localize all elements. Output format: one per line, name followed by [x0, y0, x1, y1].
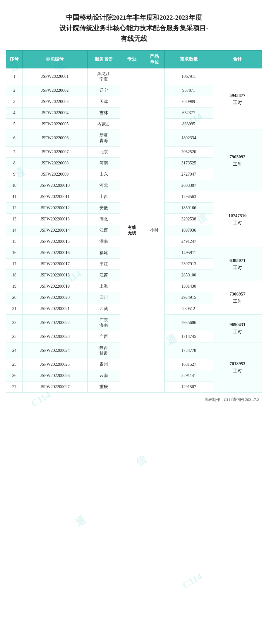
cell-code: JSFW202200019 — [22, 281, 87, 292]
cell-code: JSFW202200023 — [22, 331, 87, 342]
cell-seq: 24 — [6, 342, 23, 359]
cell-seq: 22 — [6, 314, 23, 331]
cell-seq: 25 — [6, 359, 23, 370]
col-total-header: 合计 — [213, 50, 262, 68]
footer: 图表制作：C114通信网 2021.7.2 — [3, 393, 265, 404]
cell-demand: 3292538 — [164, 213, 213, 225]
cell-province: 云南 — [87, 370, 120, 381]
cell-demand: 3173525 — [164, 157, 213, 169]
cell-demand: 1714745 — [164, 331, 213, 342]
cell-demand: 2291141 — [164, 370, 213, 381]
cell-seq: 15 — [6, 236, 23, 247]
watermark-9: 信 — [134, 453, 149, 469]
cell-province: 湖南 — [87, 236, 120, 247]
main-table: 序号 标包编号 服务省份 专业 产品单位 需求数量 合计 1 JSFW20220… — [6, 50, 262, 393]
cell-code: JSFW202200025 — [22, 359, 87, 370]
page-container: 通 信 C114 通 信 C114 通 C114 信 通 C114 中国移动设计… — [0, 0, 268, 413]
cell-province: 内蒙古 — [87, 118, 120, 130]
title-line2: 设计院传统业务非核心能力技术配合服务集采项目- — [59, 24, 208, 32]
cell-seq: 19 — [6, 281, 23, 292]
col-demand-header: 需求数量 — [164, 50, 213, 68]
cell-province: 上海 — [87, 281, 120, 292]
table-header-row: 序号 标包编号 服务省份 专业 产品单位 需求数量 合计 — [6, 50, 262, 68]
cell-code: JSFW202200017 — [22, 258, 87, 269]
cell-total: 10747510工时 — [213, 191, 262, 247]
cell-seq: 5 — [6, 118, 23, 130]
cell-demand: 1681527 — [164, 359, 213, 370]
cell-province: 广东海南 — [87, 314, 120, 331]
cell-demand: 1294563 — [164, 191, 213, 202]
title-line3: 有线无线 — [121, 35, 147, 42]
cell-code: JSFW20220001 — [22, 68, 87, 85]
table-wrapper: 序号 标包编号 服务省份 专业 产品单位 需求数量 合计 1 JSFW20220… — [3, 50, 265, 393]
cell-code: JSFW202200015 — [22, 236, 87, 247]
cell-code: JSFW202200021 — [22, 303, 87, 314]
cell-code: JSFW20220004 — [22, 107, 87, 118]
cell-seq: 18 — [6, 269, 23, 281]
cell-seq: 2 — [6, 85, 23, 96]
cell-province: 山东 — [87, 169, 120, 180]
cell-demand: 1754778 — [164, 342, 213, 359]
cell-total: 5945477工时 — [213, 68, 262, 130]
cell-province: 河南 — [87, 157, 120, 169]
cell-unit: 小时 — [144, 68, 164, 392]
cell-total: 7963092工时 — [213, 130, 262, 191]
cell-code: JSFW20220009 — [22, 169, 87, 180]
col-province-header: 服务省份 — [87, 50, 120, 68]
cell-total: 6385071工时 — [213, 247, 262, 281]
cell-province: 辽宁 — [87, 85, 120, 96]
cell-code: JSFW202200014 — [22, 225, 87, 236]
cell-seq: 10 — [6, 180, 23, 191]
cell-demand: 1067911 — [164, 68, 213, 85]
cell-demand: 7935686 — [164, 314, 213, 331]
cell-demand: 1301430 — [164, 281, 213, 292]
cell-code: JSFW202200016 — [22, 247, 87, 258]
cell-demand: 957871 — [164, 85, 213, 96]
cell-seq: 8 — [6, 157, 23, 169]
cell-province: 福建 — [87, 247, 120, 258]
cell-seq: 26 — [6, 370, 23, 381]
cell-province: 四川 — [87, 292, 120, 303]
cell-province: 湖北 — [87, 213, 120, 225]
cell-province: 新疆青海 — [87, 130, 120, 146]
cell-code: JSFW202200012 — [22, 202, 87, 213]
cell-province: 山西 — [87, 191, 120, 202]
cell-province: 贵州 — [87, 359, 120, 370]
cell-province: 北京 — [87, 146, 120, 157]
cell-total: 9650431工时 — [213, 314, 262, 342]
cell-demand: 1697936 — [164, 225, 213, 236]
cell-seq: 7 — [6, 146, 23, 157]
cell-demand: 1291507 — [164, 381, 213, 392]
cell-seq: 17 — [6, 258, 23, 269]
cell-seq: 6 — [6, 130, 23, 146]
cell-seq: 13 — [6, 213, 23, 225]
cell-code: JSFW202200027 — [22, 381, 87, 392]
cell-code: JSFW202200018 — [22, 269, 87, 281]
cell-seq: 27 — [6, 381, 23, 392]
cell-seq: 16 — [6, 247, 23, 258]
cell-seq: 14 — [6, 225, 23, 236]
table-row: 1 JSFW20220001 黑龙江宁夏 有线无线 小时 1067911 594… — [6, 68, 262, 85]
cell-total: 7306957工时 — [213, 281, 262, 314]
page-title: 中国移动设计院2021年非年度和2022-2023年度 设计院传统业务非核心能力… — [3, 6, 265, 50]
col-seq-header: 序号 — [6, 50, 23, 68]
cell-seq: 3 — [6, 96, 23, 107]
title-line1: 中国移动设计院2021年非年度和2022-2023年度 — [66, 14, 202, 21]
cell-seq: 9 — [6, 169, 23, 180]
cell-province: 浙江 — [87, 258, 120, 269]
cell-seq: 1 — [6, 68, 23, 85]
cell-code: JSFW20220005 — [22, 118, 87, 130]
cell-code: JSFW202200011 — [22, 191, 87, 202]
cell-code: JSFW20220002 — [22, 85, 87, 96]
cell-total: 7018953工时 — [213, 342, 262, 392]
cell-code: JSFW202200010 — [22, 180, 87, 191]
cell-province: 江西 — [87, 225, 120, 236]
cell-seq: 20 — [6, 292, 23, 303]
cell-province: 重庆 — [87, 381, 120, 392]
cell-province: 天津 — [87, 96, 120, 107]
cell-code: JSFW20220007 — [22, 146, 87, 157]
cell-demand: 652377 — [164, 107, 213, 118]
watermark-11: C114 — [180, 571, 204, 591]
cell-code: JSFW202200024 — [22, 342, 87, 359]
cell-seq: 11 — [6, 191, 23, 202]
